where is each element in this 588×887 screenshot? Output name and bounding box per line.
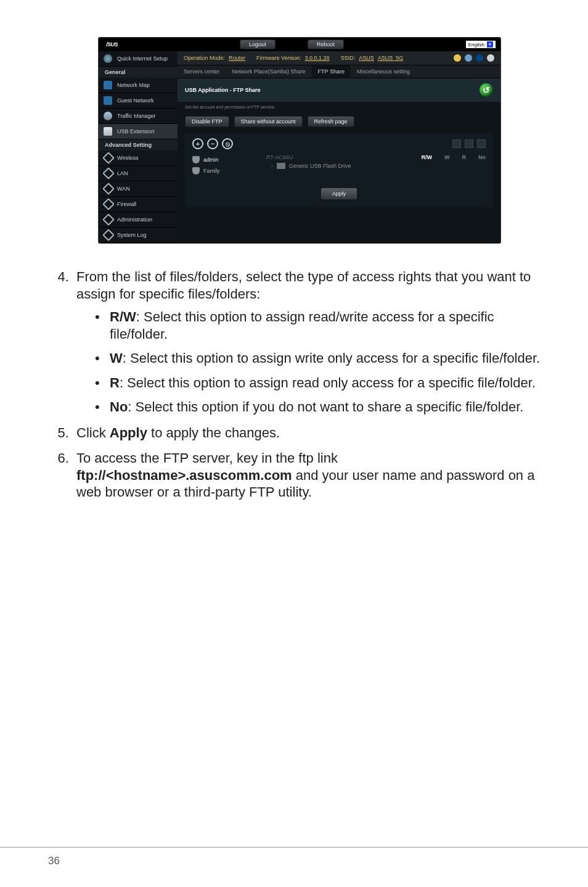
section-subtext: Set the account and permission of FTP se… [178,102,500,112]
sidebar-item-lan[interactable]: LAN [99,166,178,181]
perm-no[interactable]: No [478,154,486,169]
top-bar: /SUS Logout Reboot English ▾ [99,38,500,51]
sidebar: Quick Internet Setup General Network Map… [99,51,178,243]
page-footer: 36 [0,847,588,867]
tab-ftp-share[interactable]: FTP Share [312,65,351,78]
language-dropdown[interactable]: English ▾ [466,41,496,48]
sidebar-item-quick-setup[interactable]: Quick Internet Setup [99,51,178,67]
sidebar-heading-advanced: Advanced Setting [99,139,178,151]
permission-headers: R/W W R No [422,154,486,169]
account-list: admin Family [192,154,248,176]
reboot-button[interactable]: Reboot [308,39,344,49]
device-label: RT-AC66U [266,154,422,163]
fw-label: Firmware Version: [256,55,301,61]
sidebar-item-label: Traffic Manager [117,113,156,119]
sidebar-item-wireless[interactable]: Wireless [99,151,178,166]
option-text: : Select this option to assign read only… [120,375,536,390]
language-value: English [468,42,484,47]
chevron-down-icon: ▾ [487,41,493,47]
ssid-label: SSID: [341,55,356,61]
step-text: Click [76,425,110,440]
sidebar-item-administration[interactable]: Administration [99,212,178,228]
add-account-button[interactable]: + [192,138,203,149]
lock-icon [454,54,461,62]
remove-account-button[interactable]: − [207,138,218,149]
disable-ftp-button[interactable]: Disable FTP [185,116,229,127]
sidebar-item-firewall[interactable]: Firewall [99,197,178,212]
panel-action-icon[interactable] [452,139,461,148]
sidebar-item-label: USB Extension [117,128,155,134]
refresh-page-button[interactable]: Refresh page [308,116,354,127]
step-6: To access the FTP server, key in the ftp… [73,450,551,501]
ftp-link: ftp://<hostname>.asuscomm.com [76,468,292,483]
drive-icon [277,163,285,169]
usb-icon [476,54,483,62]
tab-row: Servers center Network Place(Samba) Shar… [178,65,500,78]
sidebar-item-label: WAN [117,186,130,192]
option-w: W: Select this option to assign write on… [95,350,551,367]
drive-item[interactable]: - Generic USB Flash Drive [266,163,422,169]
sidebar-heading-general: General [99,67,178,78]
step-text: to apply the changes. [147,425,280,440]
logout-button[interactable]: Logout [240,39,276,49]
fw-value[interactable]: 3.0.0.1.28 [305,55,330,61]
user-icon [192,156,200,163]
sidebar-item-label: Administration [117,217,152,223]
sidebar-item-label: Network Map [117,82,150,88]
tab-misc-setting[interactable]: Miscellaneous setting [351,65,416,78]
option-label: R/W [110,309,136,324]
option-text: : Select this option to assign read/writ… [110,309,494,342]
sidebar-item-label: Wireless [117,155,139,161]
share-without-account-button[interactable]: Share without account [234,116,303,127]
user-icon [192,167,200,175]
sidebar-item-traffic-manager[interactable]: Traffic Manager [99,109,178,124]
apply-button[interactable]: Apply [321,188,358,200]
sidebar-item-system-log[interactable]: System Log [99,228,178,243]
tab-samba-share[interactable]: Network Place(Samba) Share [226,65,312,78]
drive-label: Generic USB Flash Drive [289,163,351,169]
op-mode-value[interactable]: Router [229,55,245,61]
sidebar-item-label: Guest Network [117,97,154,104]
ssid-value-5g[interactable]: ASUS_5G [378,55,404,61]
op-mode-label: Operation Mode: [184,55,225,61]
sidebar-item-label: LAN [117,170,128,176]
perm-r[interactable]: R [462,154,467,169]
option-text: : Select this option if you do not want … [128,399,523,415]
ssid-value-24g[interactable]: ASUS [359,55,374,61]
permission-options: R/W: Select this option to assign read/w… [76,308,551,416]
perm-rw[interactable]: R/W [422,154,433,169]
sidebar-item-label: System Log [117,232,147,238]
step-text-bold: Apply [110,425,147,440]
option-r: R: Select this option to assign read onl… [95,374,551,392]
section-title: USB Application - FTP Share ↺ [178,78,500,102]
section-title-text: USB Application - FTP Share [185,87,261,93]
panel-action-icon[interactable] [465,139,473,148]
step-text: To access the FTP server, key in the ftp… [76,450,338,466]
option-no: No: Select this option if you do not wan… [95,398,551,416]
sidebar-item-guest-network[interactable]: Guest Network [99,93,178,109]
option-label: R [110,375,120,390]
help-icon[interactable]: ↺ [480,83,493,97]
tab-servers-center[interactable]: Servers center [178,65,226,78]
sidebar-item-network-map[interactable]: Network Map [99,78,178,93]
main-panel: Operation Mode: Router Firmware Version:… [178,51,500,243]
step-5: Click Apply to apply the changes. [73,424,551,442]
edit-account-button[interactable]: ⦸ [222,138,233,149]
perm-w[interactable]: W [444,154,450,169]
brand-logo: /SUS [99,41,118,47]
option-label: W [110,350,123,366]
router-screenshot: /SUS Logout Reboot English ▾ Quick Inter… [98,37,501,244]
account-family[interactable]: Family [192,165,248,176]
account-label: admin [203,157,219,163]
printer-icon [487,54,494,62]
instruction-list: From the list of files/folders, select t… [48,268,551,501]
account-admin[interactable]: admin [192,154,248,165]
step-text: From the list of files/folders, select t… [76,269,531,302]
option-label: No [110,399,128,415]
sidebar-item-wan[interactable]: WAN [99,181,178,197]
step-4: From the list of files/folders, select t… [73,268,551,416]
option-rw: R/W: Select this option to assign read/w… [95,308,551,342]
panel-action-icon[interactable] [477,139,486,148]
option-text: : Select this option to assign write onl… [123,350,540,366]
sidebar-item-usb-extension[interactable]: USB Extension [99,124,178,139]
